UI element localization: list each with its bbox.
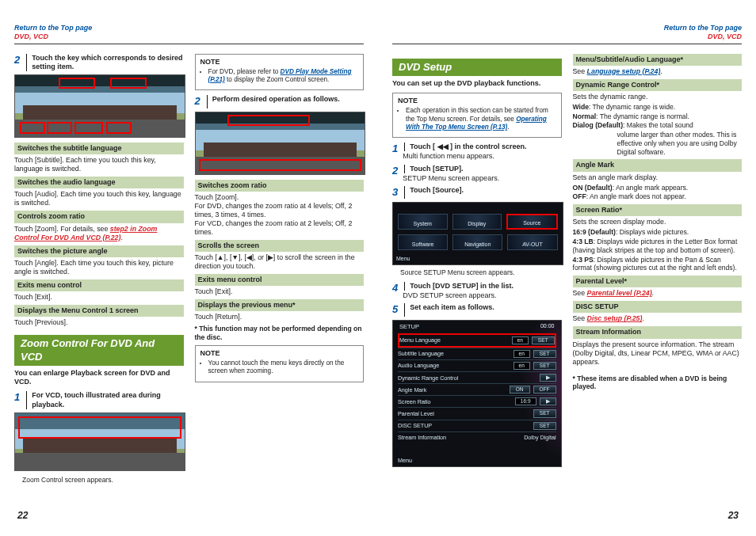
text: Wide: The dynamic range is wide. [573,103,743,112]
text: Touch [Zoom]. For details, see step2 in … [14,225,184,242]
text: See Parental level (P.24). [573,289,743,298]
breadcrumb: DVD, VCD [14,32,48,41]
h-ratio: Screen Ratio* [573,204,743,216]
step-1: 1 Touch [ ◀◀ ] in the control screen.Mul… [392,143,562,162]
sub-zoom: Controls zoom ratio [14,211,184,222]
text: Normal: The dynamic range is normal. [573,112,743,121]
disc-setup-link[interactable]: Disc setup (P.25) [587,314,643,322]
caption: Zoom Control screen appears. [22,476,184,485]
h-drc: Dynamic Range Control* [573,79,743,91]
text: See Disc setup (P.25). [573,314,743,323]
h-parental: Parental Level* [573,276,743,287]
step-2: 2 Touch [SETUP].SETUP Menu screen appear… [392,165,562,184]
text: OFF: An angle mark does not appear. [573,192,743,201]
h-lang: Menu/Subtitle/Audio Language* [573,54,743,66]
screenshot-menu2 [14,74,185,138]
step-4: 4 Touch [DVD SETUP] in the list.DVD SETU… [392,282,562,301]
h-disc: DISC SETUP [573,301,743,313]
text: Sets the dynamic range. [573,93,743,101]
text: Touch [Audio]. Each time you touch this … [14,190,184,207]
caption: Source SETUP Menu screen appears. [400,268,562,277]
step-2: 2 Touch the key which corresponds to des… [14,54,184,72]
return-top-link[interactable]: Return to the Top page [14,24,92,32]
footnote: * These items are disabled when a DVD is… [573,374,743,391]
breadcrumb: DVD, VCD [708,32,742,41]
return-top-link[interactable]: Return to the Top page [664,24,742,32]
text: Displays the present source information.… [573,340,743,367]
sub-angle: Switches the picture angle [14,245,184,257]
section-intro: You can enlarge Playback screen for DVD … [14,369,184,387]
h-stream: Stream Information [573,326,743,338]
text: Touch [Return]. [195,313,365,321]
text: See Language setup (P.24). [573,67,743,76]
parental-link[interactable]: Parental level (P.24) [587,289,652,297]
sub-return: Displays the previous menu* [195,299,365,311]
text: Dialog (Default): Makes the total sound [573,121,743,130]
sub-subtitle-lang: Switches the subtitle language [14,143,184,154]
sub-scroll: Scrolls the screen [195,240,365,252]
page-number-left: 22 [17,510,28,522]
note-box-3: NOTE Each operation in this section can … [392,93,562,138]
footnote: * This function may not be performed dep… [195,325,365,341]
sub-audio-lang: Switches the audio language [14,177,184,188]
h-angle: Angle Mark [573,159,743,171]
screenshot-vcd [14,412,185,471]
note-box: NOTE For DVD, please refer to DVD Play M… [195,54,365,91]
note-box-2: NOTE You cannot touch the menu keys dire… [195,345,365,382]
page-header-left: Return to the Top page DVD, VCD [14,24,364,44]
step-3: 3 Touch [Source]. [392,186,562,199]
text: Touch [Zoom]. For DVD, changes the zoom … [195,193,365,237]
text: ON (Default): An angle mark appears. [573,184,743,192]
text: volume larger than other modes. This is … [617,131,743,156]
text: 4:3 PS: Displays wide pictures in the Pa… [573,256,743,272]
text: Sets an angle mark display. [573,173,743,182]
sub-exit2: Exits menu control [195,274,365,286]
section-zoom-control: Zoom Control For DVD And VCD [14,335,184,366]
section-dvd-setup: DVD Setup [392,59,562,76]
lang-setup-link[interactable]: Language setup (P.24) [587,67,661,75]
text: Touch [▲], [▼], [◀], or [▶] to scroll th… [195,253,365,271]
step-5: 5 Set each item as follows. [392,303,562,316]
text: Touch [Exit]. [14,293,184,302]
sub-prev: Displays the Menu Control 1 screen [14,305,184,317]
text: Touch [Subtitle]. Each time you touch th… [14,156,184,173]
step-1-vcd: 1 For VCD, touch illustrated area during… [14,391,184,409]
screenshot-setup: System Display Source Software Navigatio… [392,202,563,265]
text: Touch [Angle]. Each time you touch this … [14,259,184,276]
text: Sets the screen display mode. [573,218,743,226]
sub-zoomratio: Switches zoom ratio [195,180,365,192]
page-number-right: 23 [728,510,739,522]
screenshot-dvd-list: SETUP 00:00 Menu LanguageenSETSubtitle L… [392,320,562,467]
screenshot-zoom [195,112,366,175]
section-intro: You can set up the DVD playback function… [392,79,562,88]
text: 4:3 LB: Displays wide pictures in the Le… [573,238,743,254]
step-2-zoom: 2 Perform desired operation as follows. [195,95,365,108]
text: 16:9 (Default): Displays wide pictures. [573,228,743,237]
sub-exit: Exits menu control [14,279,184,291]
text: Touch [Exit]. [195,287,365,296]
page-header-right: Return to the Top page DVD, VCD [392,24,742,44]
text: Touch [Previous]. [14,318,184,327]
